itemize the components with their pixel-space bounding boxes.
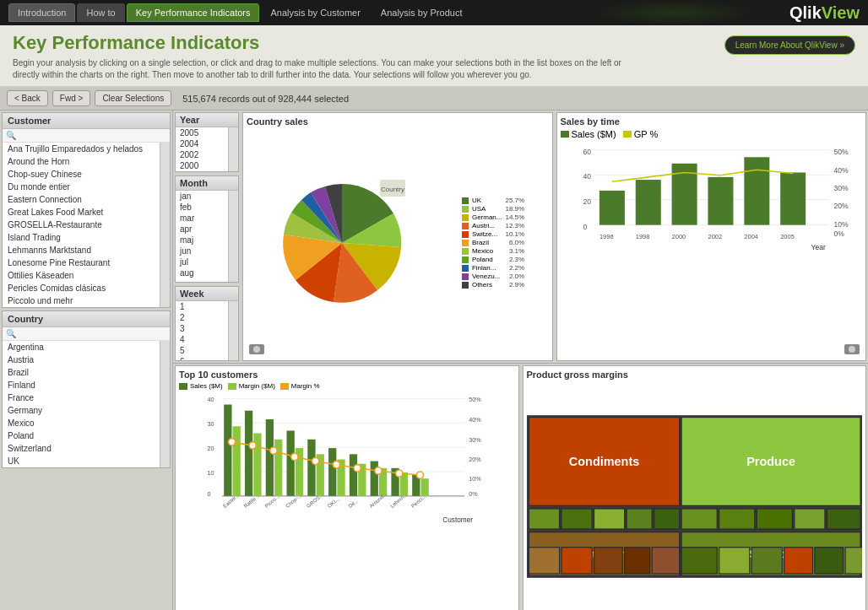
customer-list-item[interactable]: GROSELLA-Restaurante (3, 219, 160, 231)
svg-text:20%: 20% (469, 456, 481, 463)
svg-point-70 (291, 453, 298, 460)
charts-bottom-row: Top 10 customers Sales ($M) Margin ($M) … (173, 364, 868, 610)
tab-introduction[interactable]: Introduction (8, 3, 75, 22)
tab-customer[interactable]: Analysis by Customer (261, 3, 369, 22)
month-scrollbar[interactable] (228, 191, 238, 283)
pie-legend-item: German... 14.5% (462, 213, 524, 221)
country-list-item[interactable]: Mexico (3, 417, 160, 429)
customer-list-item[interactable]: Ana Trujillo Emparedados y helados (3, 143, 160, 155)
country-scrollbar[interactable] (160, 341, 170, 467)
year-item[interactable]: 2004 (176, 138, 228, 149)
customer-list-item[interactable]: Ottilies Käseaden (3, 269, 160, 282)
svg-rect-49 (245, 411, 252, 496)
customer-list-item[interactable]: Eastern Connection (3, 193, 160, 206)
svg-point-1 (253, 346, 260, 353)
customer-list-item[interactable]: Around the Horn (3, 155, 160, 168)
svg-point-74 (375, 467, 382, 474)
year-scrollbar[interactable] (228, 127, 238, 172)
top10-customers-chart: Top 10 customers Sales ($M) Margin ($M) … (175, 365, 519, 610)
week-item[interactable]: 6 (176, 356, 228, 361)
top10-legend-margin-pct: Margin % (280, 382, 320, 390)
country-search-input[interactable] (19, 329, 166, 338)
svg-rect-61 (371, 462, 378, 496)
chart-export-icon[interactable] (248, 342, 265, 357)
month-item[interactable]: mar (176, 213, 228, 224)
pie-legend: UK 25.7% USA 18.9% German... 14.5% Austr… (462, 197, 524, 289)
pie-legend-country: Austri... (472, 222, 502, 229)
top10-legend-sales-label: Sales ($M) (190, 382, 223, 390)
sales-export-svg (844, 342, 860, 355)
month-item[interactable]: sep (176, 278, 228, 283)
year-item[interactable]: 2000 (176, 160, 228, 171)
month-item[interactable]: jul (176, 256, 228, 267)
svg-text:40%: 40% (469, 416, 481, 424)
svg-point-73 (354, 465, 361, 472)
customer-list-header: Customer (3, 113, 170, 129)
country-list-item[interactable]: Brazil (3, 366, 160, 379)
week-item[interactable]: 3 (176, 323, 228, 334)
year-item[interactable]: 2002 (176, 149, 228, 160)
top10-legend-margin: Margin ($M) (228, 382, 275, 390)
sales-time-export[interactable] (844, 342, 860, 357)
month-item[interactable]: aug (176, 267, 228, 278)
svg-point-75 (396, 470, 403, 477)
customer-list-item[interactable]: Lehmanns Marktstand (3, 244, 160, 256)
customer-list-box: Customer 🔍 Ana Trujillo Emparedados y he… (2, 112, 171, 308)
svg-rect-55 (307, 440, 315, 496)
svg-text:30%: 30% (469, 436, 481, 444)
customer-search-input[interactable] (19, 131, 166, 140)
month-item[interactable]: feb (176, 202, 228, 213)
country-list-item[interactable]: UK (3, 455, 160, 467)
svg-rect-53 (287, 430, 295, 495)
svg-rect-20 (744, 157, 769, 224)
month-item[interactable]: jun (176, 246, 228, 256)
country-search-icon: 🔍 (6, 329, 16, 338)
country-list-item[interactable]: Switzerland (3, 442, 160, 455)
pie-legend-item: Switze... 10.1% (462, 230, 524, 238)
customer-list-item[interactable]: Du monde entier (3, 181, 160, 193)
month-item[interactable]: apr (176, 224, 228, 235)
month-filter-box: Month janfebmaraprmajjunjulaugsepoktnovd… (175, 175, 239, 283)
month-item[interactable]: jan (176, 191, 228, 202)
tab-product[interactable]: Analysis by Product (372, 3, 472, 22)
pie-legend-value: 2.3% (509, 256, 524, 263)
customer-list-item[interactable]: Island Trading (3, 231, 160, 244)
customer-list-item[interactable]: Chop-suey Chinese (3, 168, 160, 181)
pie-legend-color (462, 265, 469, 272)
country-list-item[interactable]: Austria (3, 354, 160, 366)
back-button[interactable]: < Back (7, 90, 48, 106)
country-list-item[interactable]: Finland (3, 379, 160, 391)
country-list-item[interactable]: France (3, 391, 160, 404)
week-item[interactable]: 1 (176, 301, 228, 312)
country-list-item[interactable]: Germany (3, 404, 160, 417)
country-list-item[interactable]: Argentina (3, 341, 160, 354)
forward-button[interactable]: Fwd > (52, 90, 91, 106)
customer-list-item[interactable]: Pericles Comidas clásicas (3, 282, 160, 294)
week-header: Week (176, 287, 238, 301)
country-list-item[interactable]: Poland (3, 429, 160, 442)
customer-list-item[interactable]: Piccolo und mehr (3, 294, 160, 307)
week-item[interactable]: 4 (176, 334, 228, 345)
clear-selections-button[interactable]: Clear Selections (95, 90, 171, 106)
pie-legend-value: 2.2% (509, 264, 524, 272)
treemap-svg: Condiments Produce (527, 382, 863, 610)
svg-text:Customer: Customer (442, 516, 473, 524)
pie-legend-value: 3.1% (509, 247, 524, 255)
tab-howto[interactable]: How to (77, 3, 124, 22)
week-item[interactable]: 2 (176, 312, 228, 323)
week-item[interactable]: 5 (176, 345, 228, 356)
customer-list-item[interactable]: Great Lakes Food Market (3, 206, 160, 219)
svg-rect-47 (224, 404, 231, 495)
learn-more-button[interactable]: Learn More About QlikView » (724, 35, 855, 55)
customer-scrollbar[interactable] (160, 143, 170, 307)
month-item[interactable]: maj (176, 235, 228, 246)
year-item[interactable]: 1998 (176, 171, 228, 172)
pie-legend-color (462, 256, 469, 263)
year-item[interactable]: 2005 (176, 127, 228, 138)
week-scrollbar[interactable] (228, 301, 238, 361)
customer-list-item[interactable]: Lonesome Pine Restaurant (3, 256, 160, 269)
month-items: janfebmaraprmajjunjulaugsepoktnovdec (176, 191, 228, 283)
top10-title: Top 10 customers (179, 370, 515, 380)
tab-kpi[interactable]: Key Performance Indicators (127, 3, 260, 22)
svg-text:40: 40 (208, 396, 214, 403)
